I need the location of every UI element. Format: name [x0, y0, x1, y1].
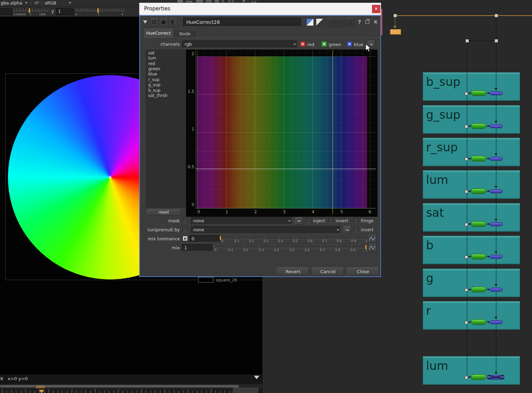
mix-input[interactable]: 1	[182, 244, 212, 251]
wire-dot[interactable]	[465, 376, 468, 379]
hue-cursor-line-vertical[interactable]	[332, 50, 333, 214]
gain-input[interactable]	[0, 8, 12, 15]
blue-node[interactable]	[490, 320, 503, 324]
blue-node[interactable]	[490, 189, 503, 193]
mix-slider[interactable]	[214, 247, 367, 248]
premult-checkbox[interactable]	[183, 227, 188, 232]
status-collapse-triangle-icon[interactable]	[254, 376, 259, 379]
value-line-horizontal[interactable]	[196, 169, 376, 169]
mix-luminance-slider[interactable]	[221, 238, 367, 239]
revert-panel-button-disabled[interactable]	[345, 18, 354, 27]
toolbar-icon-fragment[interactable]	[206, 0, 212, 2]
green-node[interactable]	[471, 188, 486, 194]
blue-node[interactable]	[490, 124, 503, 128]
node-color-button[interactable]	[159, 18, 168, 26]
node-box-r-sup[interactable]: r_sup	[423, 138, 520, 166]
green-node[interactable]	[471, 287, 486, 292]
cancel-button[interactable]: Cancel	[312, 267, 344, 276]
blue-node[interactable]	[490, 157, 503, 161]
dot-node-orange[interactable]	[390, 29, 401, 35]
chevron-down-icon[interactable]	[242, 0, 245, 2]
wire-dot[interactable]	[465, 158, 468, 161]
center-node-button[interactable]	[150, 18, 159, 26]
green-node[interactable]	[471, 254, 486, 259]
gain-slider-track[interactable]	[14, 11, 48, 11]
timeline-frame-box[interactable]	[233, 388, 258, 393]
wire-dot[interactable]	[465, 190, 468, 193]
toolbar-icon-fragment[interactable]	[186, 1, 192, 2]
gain-slider-ticks[interactable]	[14, 8, 48, 10]
gamma-slider-ticks[interactable]	[76, 8, 124, 10]
curve-list-item-sat-thrsh[interactable]: sat_thrsh	[148, 93, 167, 98]
collapse-triangle-icon[interactable]	[143, 20, 147, 24]
channel-layer-dropdown[interactable]: gba.alpha	[1, 0, 22, 6]
green-node[interactable]	[471, 90, 486, 96]
playhead-marker-icon[interactable]	[39, 390, 44, 393]
invert-premult-checkbox[interactable]	[354, 227, 359, 232]
wire-black-connector[interactable]	[467, 41, 496, 41]
mix-luminance-curve-button[interactable]	[368, 235, 376, 243]
curve-list-item-lum[interactable]: lum	[148, 56, 156, 61]
wire-dot[interactable]	[465, 125, 468, 128]
zoom-ratio-fragment[interactable]: 1:1	[228, 0, 234, 3]
show-curve-editor-button[interactable]	[306, 18, 314, 26]
node-box-g[interactable]: g	[423, 269, 520, 297]
curve-list-item-green[interactable]: green	[148, 66, 160, 71]
premult-equals-button[interactable]: =	[344, 226, 351, 234]
viewer-colorspace-dropdown[interactable]: sRGB	[45, 0, 56, 6]
wire-dot[interactable]	[465, 321, 468, 324]
wire-orange-horizontal[interactable]	[395, 15, 532, 16]
close-button[interactable]: Close	[347, 267, 379, 276]
fringe-checkbox[interactable]	[354, 218, 359, 223]
chevron-down-icon[interactable]	[25, 2, 28, 4]
blue-node[interactable]	[490, 91, 503, 95]
wire-black-left[interactable]	[467, 41, 467, 376]
node-box-lum[interactable]: lum	[423, 170, 520, 199]
wire-dot[interactable]	[465, 288, 468, 292]
toolbar-icon-fragment[interactable]	[215, 0, 219, 2]
wire-dot[interactable]	[465, 256, 468, 259]
channel-blue-checkbox[interactable]: ×	[347, 41, 352, 47]
tab-node[interactable]: Node	[173, 30, 197, 37]
show-node-panel-button[interactable]	[316, 18, 323, 26]
wire-dot[interactable]	[465, 223, 468, 226]
undo-button-disabled[interactable]	[326, 18, 335, 27]
node-box-b[interactable]: b	[423, 236, 520, 264]
wire-dot[interactable]	[393, 14, 397, 17]
blue-node[interactable]	[490, 222, 503, 226]
node-box-b-sup[interactable]: b_sup	[423, 72, 520, 101]
mix-luminance-input[interactable]: 0	[189, 235, 220, 242]
wire-dot[interactable]	[495, 39, 498, 43]
gamma-slider-handle[interactable]	[97, 8, 99, 13]
mix-curve-button[interactable]	[368, 244, 376, 252]
node-settings-button[interactable]	[168, 18, 177, 26]
channels-dropdown[interactable]: rgb	[182, 41, 298, 48]
channel-red-checkbox[interactable]: ×	[300, 41, 305, 47]
gamma-slider-track[interactable]	[76, 11, 124, 11]
green-node[interactable]	[471, 156, 486, 161]
help-button[interactable]: ?	[358, 19, 361, 25]
blue-node[interactable]	[490, 288, 503, 292]
node-box-lum-bottom[interactable]: lum	[423, 356, 520, 385]
curve-list-item-blue[interactable]: blue	[148, 72, 157, 77]
green-node[interactable]	[471, 221, 486, 227]
blue-node[interactable]	[490, 255, 503, 259]
channel-green-checkbox[interactable]: ×	[321, 41, 327, 47]
properties-titlebar[interactable]	[139, 3, 381, 15]
inject-checkbox[interactable]	[306, 218, 311, 223]
curve-list-item-r-sup[interactable]: r_sup	[148, 77, 159, 82]
float-window-icon[interactable]	[365, 20, 369, 24]
window-close-button[interactable]: ×	[372, 5, 380, 13]
mix-luminance-checkbox[interactable]: ×	[183, 236, 188, 241]
curve-list-item-b-sup[interactable]: b_sup	[148, 88, 160, 93]
toolbar-icon-fragment[interactable]	[222, 0, 224, 2]
mask-dropdown[interactable]: none	[191, 217, 292, 225]
toolbar-icon-fragment[interactable]	[196, 0, 203, 2]
toolbar-icon-fragment[interactable]	[252, 0, 256, 2]
tab-huecorrect[interactable]: HueCorrect	[144, 29, 172, 37]
node-box-g-sup[interactable]: g_sup	[423, 105, 520, 134]
gain-slider-handle[interactable]	[29, 8, 30, 13]
green-node[interactable]	[471, 374, 486, 380]
chevron-down-icon[interactable]	[69, 2, 71, 4]
wire-dot[interactable]	[466, 39, 469, 43]
